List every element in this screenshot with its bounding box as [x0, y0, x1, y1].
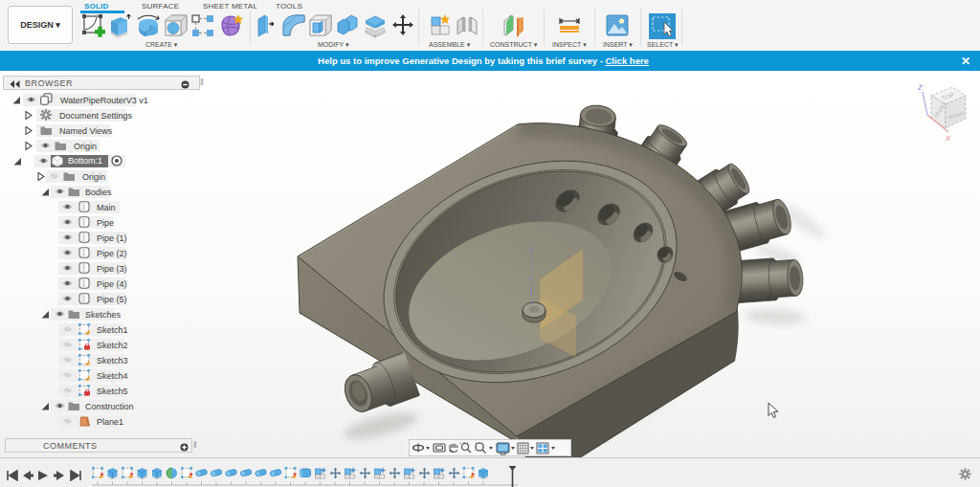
svg-text:X: X — [945, 134, 951, 143]
svg-text:Z: Z — [917, 83, 923, 92]
